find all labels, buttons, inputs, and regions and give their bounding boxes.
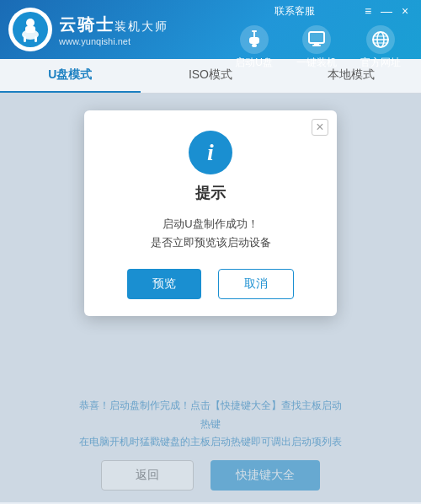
- app-name: 云骑士装机大师: [59, 13, 168, 36]
- svg-rect-4: [24, 36, 26, 42]
- logo-text: 云骑士装机大师 www.yunqishi.net: [59, 13, 168, 46]
- website-icon: [366, 25, 395, 54]
- svg-rect-10: [309, 32, 324, 43]
- dialog-close-button[interactable]: ×: [312, 119, 328, 136]
- info-icon: i: [189, 131, 232, 174]
- dialog-body: 启动U盘制作成功！ 是否立即预览该启动设备: [84, 215, 337, 252]
- cancel-button[interactable]: 取消: [218, 269, 294, 299]
- preview-button[interactable]: 预览: [127, 269, 201, 299]
- toolbar-website[interactable]: 官方网址: [349, 22, 413, 73]
- title-bar: 云骑士装机大师 www.yunqishi.net 联系客服 ≡ — ×: [0, 0, 421, 59]
- main-content: × i 提示 启动U盘制作成功！ 是否立即预览该启动设备 预览 取消 恭喜！启动…: [0, 94, 421, 502]
- svg-rect-3: [25, 26, 35, 33]
- install-icon: [302, 25, 331, 54]
- menu-button[interactable]: ≡: [360, 3, 376, 19]
- logo-area: 云骑士装机大师 www.yunqishi.net: [8, 8, 168, 51]
- toolbar-usb[interactable]: 启动U盘: [223, 22, 285, 73]
- svg-rect-8: [249, 37, 259, 44]
- close-button[interactable]: ×: [397, 3, 413, 19]
- toolbar-icons: 启动U盘 一键装机: [223, 22, 413, 73]
- svg-rect-12: [314, 43, 319, 46]
- dialog-overlay: × i 提示 启动U盘制作成功！ 是否立即预览该启动设备 预览 取消: [0, 94, 421, 502]
- toolbar-install-label: 一键装机: [296, 56, 337, 70]
- toolbar-install[interactable]: 一键装机: [285, 22, 349, 73]
- minimize-button[interactable]: —: [379, 3, 394, 19]
- toolbar-usb-label: 启动U盘: [235, 56, 273, 70]
- dialog-buttons: 预览 取消: [84, 269, 337, 299]
- dialog-message-line1: 启动U盘制作成功！: [101, 215, 320, 233]
- usb-icon: [240, 25, 269, 54]
- dialog-icon-area: i: [84, 110, 337, 174]
- app-url: www.yunqishi.net: [59, 36, 168, 46]
- svg-point-2: [26, 19, 35, 27]
- svg-rect-9: [252, 44, 257, 47]
- contact-support[interactable]: 联系客服: [274, 4, 315, 19]
- svg-rect-6: [252, 30, 257, 32]
- toolbar-website-label: 官方网址: [360, 56, 401, 70]
- tab-usb[interactable]: U盘模式: [0, 59, 141, 93]
- dialog-title: 提示: [84, 183, 337, 203]
- logo-circle: [8, 8, 52, 51]
- svg-rect-5: [35, 36, 37, 42]
- dialog-message-line2: 是否立即预览该启动设备: [101, 233, 320, 252]
- title-bar-right: 联系客服 ≡ — × 启动U盘: [223, 0, 413, 73]
- window-controls: 联系客服 ≡ — ×: [274, 0, 413, 22]
- dialog: × i 提示 启动U盘制作成功！ 是否立即预览该启动设备 预览 取消: [84, 110, 337, 316]
